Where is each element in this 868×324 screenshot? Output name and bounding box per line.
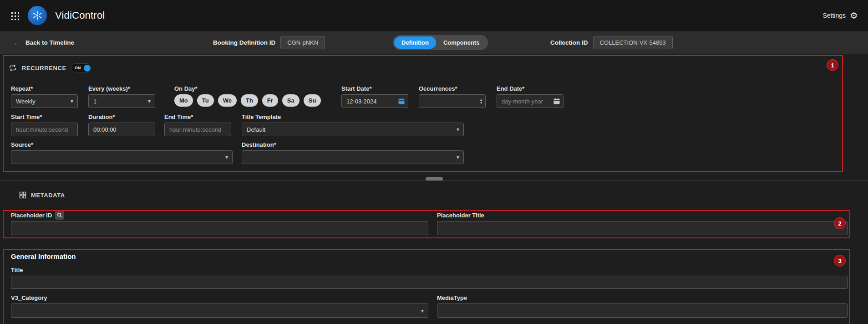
recurrence-header: RECURRENCE ON (8, 63, 92, 72)
topbar-left: VidiControl (10, 6, 105, 25)
toggle-on-label: ON (75, 66, 81, 70)
day-pill-fr[interactable]: Fr (262, 94, 278, 107)
placeholder-title-input[interactable] (437, 221, 848, 235)
metadata-grid-icon (19, 191, 26, 199)
end-time-field: End Time* (164, 113, 231, 136)
every-weeks-value: 1 (93, 98, 96, 105)
every-weeks-select[interactable]: 1 ▾ (88, 94, 155, 108)
app-title: VidiControl (55, 10, 105, 21)
placeholder-id-input[interactable] (11, 221, 428, 235)
logo-glyph-icon (32, 10, 43, 21)
settings-label: Settings (822, 12, 846, 19)
collection-id-label: Collection ID (550, 39, 588, 46)
media-type-input[interactable] (437, 303, 848, 318)
calendar-icon[interactable] (398, 98, 405, 105)
settings-button[interactable]: Settings ⚙ (822, 11, 858, 20)
toggle-knob (84, 65, 91, 72)
end-time-input[interactable] (164, 123, 231, 136)
tab-definition[interactable]: Definition (394, 36, 436, 49)
top-bar: VidiControl Settings ⚙ (0, 0, 868, 31)
destination-label: Destination* (242, 141, 464, 148)
occurrences-label: Occurrences* (419, 85, 486, 92)
booking-definition-group: Booking Definition ID CGN-pNKN (213, 31, 325, 54)
back-to-timeline-link[interactable]: ← Back to Timeline (14, 31, 74, 54)
search-icon (57, 212, 62, 218)
every-weeks-label: Every (weeks)* (88, 85, 155, 92)
section-divider (0, 180, 868, 181)
on-day-label: On Day* (174, 85, 321, 92)
app-logo[interactable] (28, 6, 47, 25)
destination-select[interactable]: ▾ (242, 150, 464, 164)
collection-id-value: COLLECTION-VX-54853 (593, 36, 673, 49)
placeholder-title-field: Placeholder Title (437, 211, 848, 235)
on-day-field: On Day* Mo Tu We Th Fr Sa Su (174, 85, 321, 107)
title-template-select[interactable]: Default ▾ (242, 123, 464, 136)
repeat-value: Weekly (16, 98, 35, 105)
stepper-down-icon[interactable]: ▾ (480, 101, 482, 104)
repeat-label: Repeat* (11, 85, 78, 92)
placeholder-id-label: Placeholder ID (11, 212, 52, 219)
title-field: Title (11, 266, 848, 289)
annotation-badge-3: 3 (834, 255, 846, 267)
resize-handle[interactable] (426, 177, 443, 180)
occurrences-input[interactable] (419, 94, 486, 108)
chevron-down-icon: ▾ (148, 98, 151, 104)
title-input[interactable] (11, 276, 848, 289)
start-time-input[interactable] (11, 123, 78, 136)
day-pill-we[interactable]: We (218, 94, 237, 107)
placeholder-title-label: Placeholder Title (437, 211, 848, 219)
day-pill-th[interactable]: Th (241, 94, 258, 107)
title-template-value: Default (247, 126, 265, 133)
every-weeks-field: Every (weeks)* 1 ▾ (88, 85, 155, 108)
media-type-label: MediaType (437, 294, 848, 301)
placeholder-id-search-button[interactable] (55, 211, 64, 220)
end-date-field: End Date* (497, 85, 563, 108)
general-information-heading: General Information (11, 252, 76, 260)
tab-group: Definition Components (393, 35, 488, 50)
repeat-icon (8, 63, 17, 72)
back-arrow-icon: ← (14, 39, 21, 46)
v3-category-label: V3_Category (11, 294, 428, 301)
collection-id-group: Collection ID COLLECTION-VX-54853 (550, 31, 673, 54)
day-pill-tu[interactable]: Tu (197, 94, 214, 107)
start-time-field: Start Time* (11, 113, 78, 136)
occurrences-stepper[interactable]: ▴ ▾ (480, 98, 482, 104)
recurrence-toggle[interactable]: ON (71, 63, 92, 72)
v3-category-field: V3_Category ▾ (11, 294, 428, 318)
placeholder-id-field: Placeholder ID (11, 211, 428, 235)
repeat-field: Repeat* Weekly ▾ (11, 85, 78, 108)
day-pill-sa[interactable]: Sa (282, 94, 299, 107)
gear-icon: ⚙ (850, 11, 858, 20)
tab-components[interactable]: Components (436, 36, 487, 49)
calendar-icon[interactable] (553, 98, 560, 105)
day-pill-mo[interactable]: Mo (174, 94, 193, 107)
title-template-label: Title Template (242, 113, 464, 120)
media-type-field: MediaType (437, 294, 848, 318)
title-template-field: Title Template Default ▾ (242, 113, 464, 136)
start-date-label: Start Date* (341, 85, 408, 92)
end-date-label: End Date* (497, 85, 563, 92)
booking-definition-id-label: Booking Definition ID (213, 39, 275, 46)
source-label: Source* (11, 141, 233, 148)
metadata-header: METADATA (19, 191, 65, 199)
annotation-badge-1: 1 (827, 59, 838, 71)
chevron-down-icon: ▾ (421, 308, 424, 314)
duration-label: Duration* (88, 113, 155, 120)
back-label: Back to Timeline (25, 39, 74, 46)
start-date-field: Start Date* (341, 85, 408, 108)
app-window: VidiControl Settings ⚙ ← Back to Timelin… (0, 0, 868, 324)
source-select[interactable]: ▾ (11, 150, 233, 164)
duration-input[interactable] (88, 123, 155, 136)
definition-components-toggle: Definition Components (393, 31, 488, 54)
repeat-select[interactable]: Weekly ▾ (11, 94, 78, 108)
chevron-down-icon: ▾ (225, 154, 228, 160)
end-time-label: End Time* (164, 113, 231, 120)
start-time-label: Start Time* (11, 113, 78, 120)
apps-grid-icon[interactable] (10, 11, 20, 21)
v3-category-select[interactable]: ▾ (11, 303, 428, 318)
booking-definition-id-value: CGN-pNKN (280, 36, 325, 49)
duration-field: Duration* (88, 113, 155, 136)
chevron-down-icon: ▾ (457, 126, 459, 133)
day-pill-su[interactable]: Su (304, 94, 321, 107)
source-field: Source* ▾ (11, 141, 233, 164)
